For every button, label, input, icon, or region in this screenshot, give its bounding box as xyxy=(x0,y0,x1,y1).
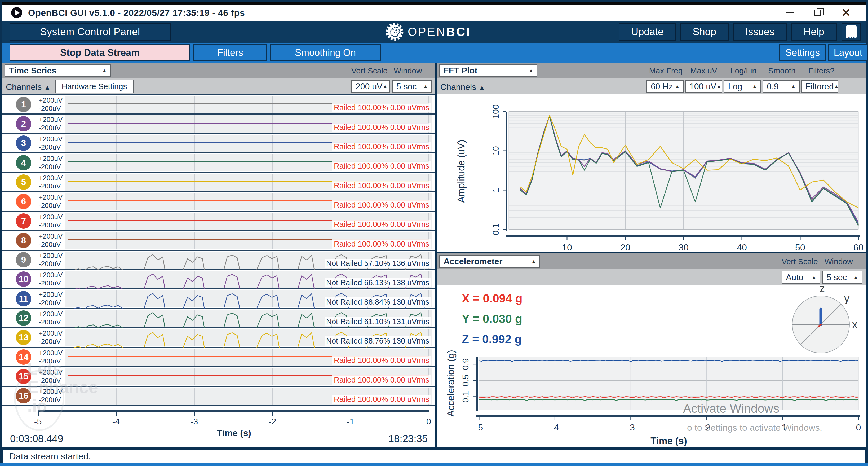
settings-button[interactable]: Settings xyxy=(779,44,826,61)
channel-row: 16+200uV-200uVRailed 100.00% 0.00 uVrms xyxy=(2,387,435,406)
gridline xyxy=(272,232,273,249)
status-message: Data stream started. xyxy=(9,451,91,462)
scale-neg: -200uV xyxy=(39,260,63,268)
accel-vert-scale-dropdown[interactable]: Auto▲ xyxy=(782,271,820,284)
gridline xyxy=(194,193,195,210)
nav-button-update[interactable]: Update xyxy=(619,23,676,41)
fft-maxfreq-dropdown[interactable]: 60 Hz▲ xyxy=(647,80,684,93)
channel-status: Railed 100.00% 0.00 uVrms xyxy=(332,162,431,171)
fft-title: FFT Plot xyxy=(440,66,477,76)
channel-badge[interactable]: 3 xyxy=(16,136,31,151)
channel-row: 10+200uV-200uVNot Railed 66.13% 138 uVrm… xyxy=(2,270,435,289)
scale-pos: +200uV xyxy=(39,310,63,318)
accel-widget-select-dropdown[interactable]: Accelerometer ▲ xyxy=(439,255,540,268)
gridline xyxy=(272,154,273,171)
nav-button-issues[interactable]: Issues xyxy=(733,23,787,41)
channel-badge[interactable]: 4 xyxy=(16,155,31,170)
smoothing-button[interactable]: Smoothing On xyxy=(270,44,381,61)
gridline xyxy=(272,368,273,385)
fft-widget-select-dropdown[interactable]: FFT Plot ▲ xyxy=(439,64,537,77)
svg-text:60: 60 xyxy=(854,242,864,252)
ts-channels-toggle[interactable]: Channels ▲ xyxy=(6,82,51,92)
widget-select-dropdown[interactable]: Time Series ▲ xyxy=(5,64,111,77)
channel-scale-labels: +200uV-200uV xyxy=(39,329,63,346)
dropdown-value: 100 uV xyxy=(686,82,716,91)
channel-badge[interactable]: 16 xyxy=(16,388,31,403)
svg-text:0.5: 0.5 xyxy=(461,375,470,386)
fft-col-label: Max uV xyxy=(690,66,717,75)
channel-badge[interactable]: 8 xyxy=(16,233,31,248)
gridline xyxy=(116,368,117,385)
fft-filters-dropdown[interactable]: Filtored▲ xyxy=(801,80,838,93)
gear-brain-icon xyxy=(385,22,404,41)
hardware-settings-button[interactable]: Hardware Settings xyxy=(55,80,133,93)
gridline xyxy=(194,349,195,366)
channel-badge[interactable]: 15 xyxy=(16,369,31,384)
channel-badge[interactable]: 2 xyxy=(16,116,31,132)
fft-channels-toggle[interactable]: Channels ▲ xyxy=(440,82,486,92)
close-icon[interactable]: ✕ xyxy=(841,7,851,18)
nav-button-help[interactable]: Help xyxy=(791,23,837,41)
channel-scale-labels: +200uV-200uV xyxy=(39,310,63,326)
channel-status: Not Railed 66.13% 138 uVrms xyxy=(324,278,431,287)
channel-badge[interactable]: 1 xyxy=(16,97,31,112)
channel-badge[interactable]: 13 xyxy=(16,330,31,345)
channel-scale-labels: +200uV-200uV xyxy=(39,213,63,229)
scale-neg: -200uV xyxy=(39,182,63,190)
channel-badge[interactable]: 14 xyxy=(16,349,31,365)
channel-status: Railed 100.00% 0.00 uVrms xyxy=(332,142,431,151)
channel-badge[interactable]: 10 xyxy=(16,271,31,287)
channel-row: 6+200uV-200uVRailed 100.00% 0.00 uVrms xyxy=(2,193,435,212)
accel-title: Accelerometer xyxy=(440,257,502,266)
console-icon xyxy=(846,25,857,38)
filters-button[interactable]: Filters xyxy=(193,44,267,61)
channel-row: 1+200uV-200uVRailed 100.00% 0.00 uVrms xyxy=(2,95,435,115)
scale-pos: +200uV xyxy=(39,116,63,124)
channel-badge[interactable]: 11 xyxy=(16,291,31,307)
accel-window-dropdown[interactable]: 5 sec▲ xyxy=(823,271,862,284)
channel-row: 2+200uV-200uVRailed 100.00% 0.00 uVrms xyxy=(2,115,435,134)
layout-button[interactable]: Layout xyxy=(828,44,868,61)
channel-rows: 1+200uV-200uVRailed 100.00% 0.00 uVrms2+… xyxy=(2,94,435,406)
fft-panel: FFT Plot ▲ Max FreqMax uVLog/LinSmoothFi… xyxy=(437,63,866,252)
svg-text:1: 1 xyxy=(491,188,500,193)
channel-row: 8+200uV-200uVRailed 100.00% 0.00 uVrms xyxy=(2,231,435,251)
console-window-button[interactable] xyxy=(841,23,861,41)
restore-icon[interactable] xyxy=(814,9,820,16)
channel-row: 5+200uV-200uVRailed 100.00% 0.00 uVrms xyxy=(2,173,435,192)
channel-row: 12+200uV-200uVNot Railed 61.10% 131 uVrm… xyxy=(2,309,435,328)
system-control-panel-button[interactable]: System Control Panel xyxy=(9,23,170,41)
scale-pos: +200uV xyxy=(39,154,63,163)
minimize-icon[interactable] xyxy=(785,12,794,13)
window-top-border xyxy=(2,2,866,5)
svg-text:Acceleration (g): Acceleration (g) xyxy=(445,350,456,417)
ts-window-dropdown[interactable]: 5 soc▲ xyxy=(392,80,432,93)
channel-badge[interactable]: 7 xyxy=(16,213,31,229)
stop-data-stream-button[interactable]: Stop Data Stream xyxy=(9,44,190,61)
ts-vert-scale-dropdown[interactable]: 200 uV▲ xyxy=(351,80,390,93)
fft-maxuv-dropdown[interactable]: 100 uV▲ xyxy=(685,80,722,93)
fft-subheader-bar: Channels ▲ 60 Hz▲100 uV▲Log▲0.9▲Filtored… xyxy=(437,79,866,94)
clock-time: 18:23:35 xyxy=(389,433,428,444)
status-bar: Data stream started. xyxy=(2,449,866,463)
axis-tick xyxy=(429,412,430,416)
channel-status: Railed 100.00% 0.00 uVrms xyxy=(332,375,431,385)
channel-badge[interactable]: 5 xyxy=(16,174,31,190)
scale-pos: +200uV xyxy=(39,291,63,299)
elapsed-time: 0:03:08.449 xyxy=(10,433,63,444)
channel-scale-labels: +200uV-200uV xyxy=(39,232,63,249)
fft-smooth-dropdown[interactable]: 0.9▲ xyxy=(763,80,800,93)
channel-badge[interactable]: 12 xyxy=(16,311,31,326)
channel-badge[interactable]: 9 xyxy=(16,252,31,267)
scale-pos: +200uV xyxy=(39,135,63,143)
fft-loglin-dropdown[interactable]: Log▲ xyxy=(724,80,761,93)
ts-vert-scale-label: Vert Scale xyxy=(351,66,388,75)
hardware-settings-label: Hardware Settings xyxy=(62,82,127,91)
dropdown-value: 60 Hz xyxy=(647,82,673,91)
channel-badge[interactable]: 6 xyxy=(16,194,31,209)
app-window: OpenBCI GUI v5.1.0 - 2022/05/27 17:35:19… xyxy=(0,0,868,466)
axis-tick xyxy=(272,412,273,416)
accel-window-label: Window xyxy=(825,257,853,266)
nav-button-shop[interactable]: Shop xyxy=(680,23,728,41)
chevron-up-icon: ▲ xyxy=(531,258,539,265)
